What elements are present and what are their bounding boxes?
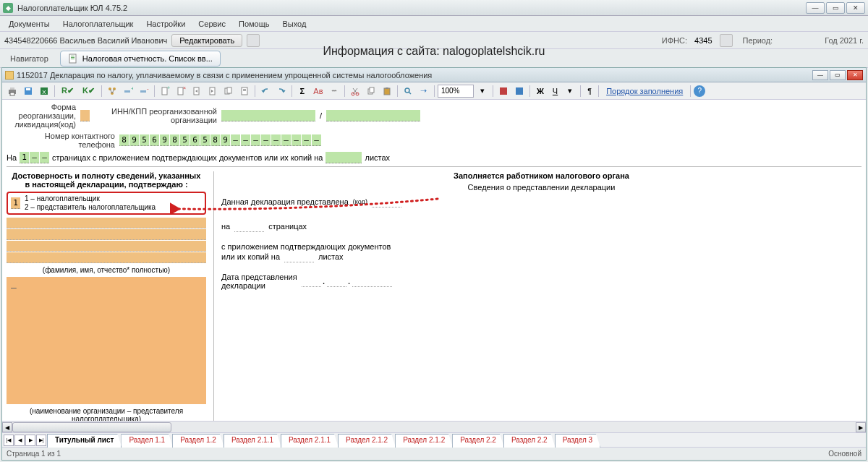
svg-rect-25: [227, 87, 231, 93]
edit-button[interactable]: Редактировать: [171, 34, 242, 47]
page-nav2-icon[interactable]: [205, 84, 220, 98]
copy-icon[interactable]: [364, 84, 378, 98]
horizontal-scrollbar[interactable]: ◀ ▶: [2, 421, 866, 432]
fio-caption: (фамилия, имя, отчество* полностью): [7, 266, 206, 274]
menu-help[interactable]: Помощь: [233, 18, 276, 30]
slash: /: [320, 111, 322, 120]
redo-icon[interactable]: [274, 84, 289, 98]
date-present-label: Дата представления декларации: [221, 273, 297, 290]
tab-first-icon[interactable]: |◀: [4, 435, 14, 446]
kv-button[interactable]: K✔: [79, 84, 98, 98]
cut-icon[interactable]: [348, 84, 362, 98]
tab-next-icon[interactable]: ▶: [25, 435, 35, 446]
row-add-icon[interactable]: +: [121, 84, 135, 98]
print-icon[interactable]: [5, 84, 20, 98]
maximize-button[interactable]: ▭: [826, 2, 845, 14]
underline-button[interactable]: Ч: [549, 84, 561, 98]
phone-field[interactable]: 89569856589–––––––––: [119, 134, 321, 146]
menu-exit[interactable]: Выход: [277, 18, 312, 30]
reorg-label: Форма реорганизации, ликвидация(код): [7, 103, 76, 129]
pilcrow-button[interactable]: ¶: [584, 84, 595, 98]
tab-section-1-2[interactable]: Раздел 1.2: [172, 434, 224, 448]
tab-last-icon[interactable]: ▶|: [36, 435, 46, 446]
fio-line-4[interactable]: [7, 252, 206, 263]
pages-count-field[interactable]: 1––: [20, 152, 49, 163]
kpp-field[interactable]: [326, 110, 420, 121]
tab-section-2-1-2b[interactable]: Раздел 2.1.2: [395, 434, 453, 448]
page-copy-icon[interactable]: [221, 84, 236, 98]
paste-icon[interactable]: [380, 84, 394, 98]
reorg-code-field[interactable]: [80, 110, 90, 121]
ellipsis-button[interactable]: [247, 34, 260, 47]
page-del-icon[interactable]: ×: [174, 84, 188, 98]
svg-rect-2: [71, 57, 75, 58]
ab-icon[interactable]: Aв: [311, 84, 326, 98]
doc-maximize-button[interactable]: ▭: [830, 70, 846, 80]
document-icon: [68, 54, 78, 64]
page-add-icon[interactable]: +: [158, 84, 172, 98]
save-icon[interactable]: [21, 84, 35, 98]
tab-section-2-2b[interactable]: Раздел 2.2: [503, 434, 556, 448]
palette1-icon[interactable]: [496, 84, 511, 98]
svg-rect-32: [370, 87, 374, 93]
fill-order-link[interactable]: Порядок заполнения: [602, 87, 687, 95]
fio-line-3[interactable]: [7, 241, 206, 252]
tab-section-2-1-1a[interactable]: Раздел 2.1.1: [224, 434, 281, 448]
menu-service[interactable]: Сервис: [192, 18, 231, 30]
tab-section-2-2a[interactable]: Раздел 2.2: [452, 434, 504, 448]
doc-close-button[interactable]: ✕: [847, 70, 863, 80]
doc-minimize-button[interactable]: —: [812, 70, 828, 80]
svg-rect-5: [10, 87, 14, 90]
ifns-picker[interactable]: [720, 34, 733, 47]
page-nav1-icon[interactable]: [190, 84, 204, 98]
menu-taxpayer[interactable]: Налогоплательщик: [57, 18, 140, 30]
scroll-thumb[interactable]: [12, 422, 171, 432]
tab-section-2-1-1b[interactable]: Раздел 2.1.1: [281, 434, 339, 448]
navigator-label[interactable]: Навигатор: [4, 53, 54, 64]
attach-label: с приложением подтверждающих документов: [221, 242, 861, 251]
close-button[interactable]: ✕: [846, 2, 865, 14]
svg-rect-8: [26, 88, 30, 90]
tab-section-3[interactable]: Раздел 3: [555, 434, 600, 448]
signer-code-field[interactable]: 1: [11, 197, 20, 209]
svg-rect-33: [384, 88, 390, 95]
tab-title-page[interactable]: Титульный лист: [47, 434, 122, 448]
code-note: (код): [353, 198, 367, 205]
nav-active-tab[interactable]: Налоговая отчетность. Список вв...: [60, 51, 221, 67]
page-list-icon[interactable]: [237, 84, 252, 98]
menu-documents[interactable]: Документы: [3, 18, 56, 30]
scroll-left-icon[interactable]: ◀: [2, 422, 12, 432]
scroll-right-icon[interactable]: ▶: [856, 422, 866, 432]
help-icon[interactable]: ?: [694, 85, 705, 97]
rep-name-field[interactable]: –: [7, 277, 206, 404]
nav-active-label: Налоговая отчетность. Список вв...: [82, 54, 213, 63]
attach-pages-field[interactable]: [326, 152, 362, 163]
inn-field[interactable]: [221, 110, 315, 121]
ifns-value: 4345: [694, 36, 712, 45]
row-del-icon[interactable]: -: [137, 84, 151, 98]
tab-section-1-1[interactable]: Раздел 1.1: [121, 434, 173, 448]
fio-line-2[interactable]: [7, 229, 206, 240]
tree-icon[interactable]: [105, 84, 119, 98]
minimize-button[interactable]: —: [806, 2, 825, 14]
tab-prev-icon[interactable]: ◀: [14, 435, 25, 446]
svg-rect-28: [243, 90, 246, 91]
menu-settings[interactable]: Настройки: [140, 18, 191, 30]
toolbar: X R✔ K✔ + - + × Σ Aв ➝ 100% ▾ Ж: [2, 82, 866, 100]
goto-icon[interactable]: ➝: [417, 84, 431, 98]
palette2-icon[interactable]: [512, 84, 527, 98]
chain-icon[interactable]: [327, 84, 341, 98]
bold-button[interactable]: Ж: [533, 84, 548, 98]
rv-button[interactable]: R✔: [58, 84, 77, 98]
fio-line-1[interactable]: [7, 218, 206, 228]
menubar: Документы Налогоплательщик Настройки Сер…: [0, 16, 868, 32]
year-label: Год 2021 г.: [825, 36, 864, 45]
dropdown-icon[interactable]: ▾: [563, 84, 577, 98]
zoom-dropdown-icon[interactable]: ▾: [475, 84, 490, 98]
undo-icon[interactable]: [258, 84, 273, 98]
find-icon[interactable]: [401, 84, 415, 98]
zoom-input[interactable]: 100%: [438, 85, 474, 98]
tab-section-2-1-2a[interactable]: Раздел 2.1.2: [338, 434, 396, 448]
sum-icon[interactable]: Σ: [295, 84, 310, 98]
excel-icon[interactable]: X: [37, 84, 51, 98]
